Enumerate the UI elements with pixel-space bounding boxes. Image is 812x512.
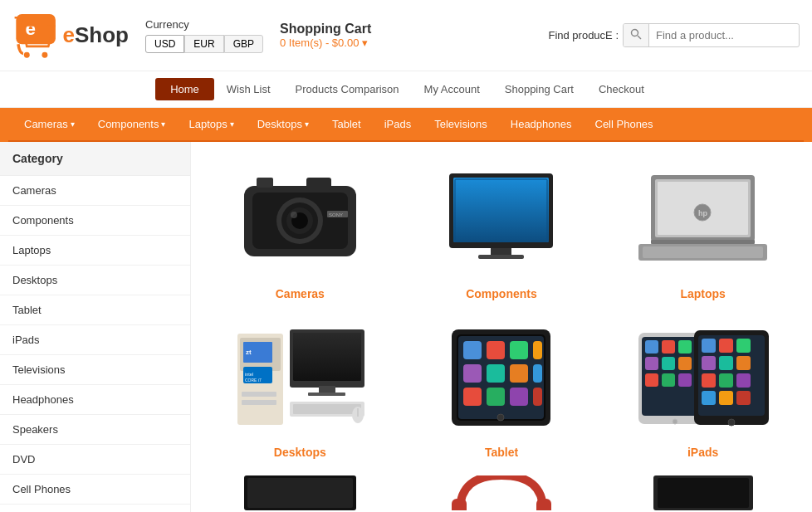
logo-text: eShop	[63, 22, 129, 48]
sidebar-item-laptops[interactable]: Laptops	[0, 236, 190, 266]
product-card-laptops[interactable]: hp Laptops	[610, 158, 795, 300]
svg-rect-71	[645, 357, 658, 370]
product-card-ipads[interactable]: iPads	[610, 317, 795, 459]
desktops-arrow: ▾	[305, 119, 309, 129]
svg-rect-14	[257, 178, 273, 188]
laptops-label: Laptops	[680, 287, 725, 300]
sidebar-item-speakers[interactable]: Speakers	[0, 415, 190, 445]
nav-desktops[interactable]: Desktops ▾	[246, 108, 320, 140]
sidebar-item-headphones[interactable]: Headphones	[0, 385, 190, 415]
search-input[interactable]	[649, 25, 799, 46]
product-card-televisions-partial[interactable]	[208, 475, 393, 510]
logo[interactable]: e eShop	[12, 8, 129, 62]
desktops-label: Desktops	[274, 446, 326, 459]
sidebar-item-televisions[interactable]: Televisions	[0, 355, 190, 385]
cameras-label: Cameras	[276, 287, 325, 300]
product-grid-bottom	[191, 475, 812, 510]
svg-text:CORE i7: CORE i7	[245, 378, 262, 383]
svg-rect-21	[478, 255, 524, 259]
sidebar-item-cellphones[interactable]: Cell Phones	[0, 475, 190, 505]
svg-point-12	[291, 212, 297, 218]
svg-rect-86	[719, 356, 733, 370]
svg-rect-57	[487, 364, 505, 383]
product-card-cameras[interactable]: SONY Cameras	[208, 158, 393, 300]
svg-rect-54	[510, 341, 528, 359]
svg-rect-19	[453, 178, 549, 242]
svg-rect-98	[536, 499, 551, 510]
sidebar-item-dvd[interactable]: DVD	[0, 445, 190, 475]
nav-checkout[interactable]: Checkout	[586, 79, 657, 100]
product-card-desktops[interactable]: zt intel CORE i7	[208, 317, 393, 459]
svg-rect-77	[678, 373, 692, 387]
nav-laptops[interactable]: Laptops ▾	[177, 108, 245, 140]
nav-account[interactable]: My Account	[412, 79, 492, 100]
search-button[interactable]	[624, 24, 649, 46]
currency-gbp[interactable]: GBP	[224, 35, 263, 53]
currency-usd[interactable]: USD	[145, 35, 184, 53]
svg-rect-43	[319, 386, 335, 393]
svg-line-5	[638, 36, 641, 39]
currency-label: Currency	[145, 18, 263, 31]
cart-info[interactable]: 0 Item(s) - $0.00 ▾	[280, 37, 368, 49]
content-area: SONY Cameras	[191, 142, 812, 512]
main-nav-links: Cameras ▾ Components ▾ Laptops ▾ Desktop…	[8, 108, 804, 142]
svg-rect-93	[736, 391, 751, 405]
svg-rect-52	[463, 341, 482, 359]
sidebar-item-ipads[interactable]: iPads	[0, 325, 190, 355]
cameras-image-wrap: SONY	[221, 158, 379, 279]
nav-components[interactable]: Components ▾	[86, 108, 178, 140]
svg-rect-72	[662, 357, 675, 370]
headphones-partial-image	[452, 475, 551, 510]
svg-rect-39	[242, 400, 276, 405]
svg-rect-91	[702, 391, 716, 405]
search-icon	[630, 28, 642, 40]
tablet-image-wrap	[423, 317, 580, 437]
nav-cart[interactable]: Shopping Cart	[492, 79, 586, 100]
product-card-tablet[interactable]: Tablet	[409, 317, 594, 459]
svg-rect-56	[463, 364, 482, 383]
ipads-image	[634, 329, 771, 427]
nav-cellphones[interactable]: Cell Phones	[584, 108, 665, 140]
svg-rect-96	[247, 478, 353, 508]
currency-section: Currency USD EUR GBP	[145, 18, 263, 53]
televisions-partial-image	[236, 475, 364, 510]
product-card-components[interactable]: Components	[409, 158, 594, 300]
svg-rect-46	[293, 404, 361, 414]
svg-rect-63	[533, 388, 542, 406]
nav-wishlist[interactable]: Wish List	[214, 79, 283, 100]
product-card-more-partial[interactable]	[610, 475, 795, 510]
nav-comparison[interactable]: Products Comparison	[283, 79, 412, 100]
ipads-image-wrap	[624, 317, 782, 437]
search-label: Find producE :	[548, 29, 619, 41]
svg-rect-75	[645, 373, 658, 387]
svg-rect-62	[510, 388, 528, 406]
nav-home[interactable]: Home	[155, 78, 214, 100]
svg-rect-61	[487, 388, 505, 406]
svg-rect-20	[491, 248, 511, 255]
svg-rect-28	[643, 246, 763, 258]
nav-tablet[interactable]: Tablet	[320, 108, 373, 140]
svg-rect-83	[719, 339, 733, 353]
currency-eur[interactable]: EUR	[184, 35, 223, 53]
components-label: Components	[466, 287, 537, 300]
svg-rect-97	[452, 499, 467, 510]
cart-section: Shopping Cart 0 Item(s) - $0.00 ▾	[280, 22, 371, 49]
sidebar-item-desktops[interactable]: Desktops	[0, 266, 190, 295]
components-image	[437, 169, 565, 269]
svg-rect-82	[702, 339, 716, 353]
nav-headphones[interactable]: Headphones	[499, 108, 584, 140]
svg-rect-26	[651, 240, 755, 244]
nav-televisions[interactable]: Televisions	[423, 108, 499, 140]
sidebar-item-tablet[interactable]: Tablet	[0, 295, 190, 325]
nav-cameras[interactable]: Cameras ▾	[12, 108, 86, 140]
product-card-headphones-partial[interactable]	[409, 475, 594, 510]
ipads-label: iPads	[687, 446, 718, 459]
svg-point-79	[673, 419, 677, 424]
svg-rect-42	[293, 333, 361, 381]
sidebar-item-components[interactable]: Components	[0, 206, 190, 236]
sidebar: Category Cameras Components Laptops Desk…	[0, 142, 191, 512]
sidebar-item-cameras[interactable]: Cameras	[0, 176, 190, 206]
svg-rect-90	[736, 373, 751, 388]
cameras-arrow: ▾	[71, 119, 75, 129]
nav-ipads[interactable]: iPads	[373, 108, 423, 140]
